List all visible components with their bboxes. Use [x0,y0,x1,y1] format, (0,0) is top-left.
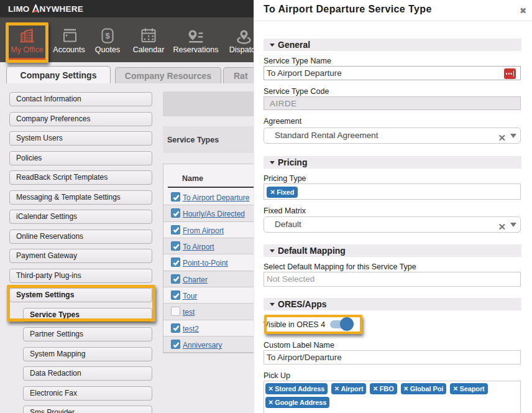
svg-text:$: $ [105,31,110,40]
